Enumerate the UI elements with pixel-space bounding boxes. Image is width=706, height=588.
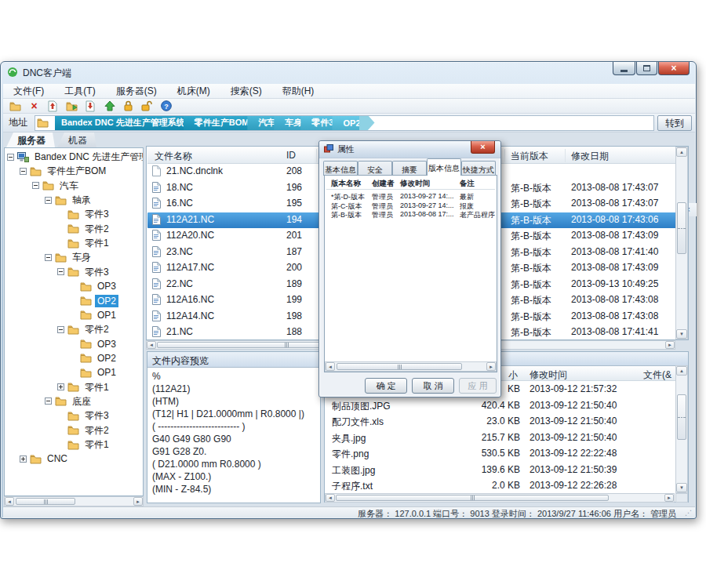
tree-item[interactable]: 零件1 (57, 437, 111, 452)
menu-item-1[interactable]: 文件(F) (3, 83, 54, 100)
tree-item[interactable]: 零件3 (57, 408, 111, 423)
related-file-row[interactable]: 配刀文件.xls23.0 KB2013-09-12 21:50:40 (326, 413, 676, 429)
collapse-icon[interactable] (57, 268, 64, 275)
tree-item[interactable]: Bandex DNC 先进生产管理系 (7, 150, 144, 164)
scroll-up-icon[interactable]: ▲ (676, 147, 687, 157)
collapse-icon[interactable] (45, 197, 52, 204)
collapse-icon[interactable] (7, 154, 14, 161)
scroll-right-icon[interactable]: ► (665, 341, 675, 349)
col-file[interactable]: 文件(& (643, 368, 671, 382)
collapse-icon[interactable] (57, 326, 64, 333)
tree-item[interactable]: 零件1 (57, 380, 111, 394)
tree-item[interactable]: OP1 (70, 365, 118, 379)
maximize-button[interactable] (636, 62, 657, 75)
scroll-thumb[interactable] (337, 363, 462, 370)
col-creator[interactable]: 创建者 (372, 179, 395, 189)
scrollbar-related-horizontal[interactable]: ◄► (325, 493, 675, 503)
tab-server[interactable]: 服务器 (6, 132, 55, 147)
lock-button[interactable] (122, 100, 135, 113)
resize-grip[interactable]: ⋰ (685, 509, 692, 517)
dialog-tab-3[interactable]: 摘要 (392, 161, 427, 176)
menu-item-5[interactable]: 搜索(S) (220, 83, 272, 100)
tree-item[interactable]: 零件1 (57, 236, 111, 250)
tree-item[interactable]: 汽车 (32, 179, 81, 193)
tree-item[interactable]: 轴承 (45, 193, 93, 207)
dialog-tab-2[interactable]: 安全 (358, 161, 392, 176)
tree-item[interactable]: 零件3 (57, 265, 111, 279)
scroll-thumb[interactable] (677, 394, 686, 440)
tree-item[interactable]: 零件2 (57, 322, 111, 336)
tree-item[interactable]: 底座 (45, 394, 93, 408)
ok-button[interactable]: 确 定 (365, 378, 407, 394)
tree-item[interactable]: 零件3 (57, 207, 111, 221)
tree-item[interactable]: OP2 (70, 294, 118, 308)
breadcrumb-segment-2[interactable]: 零件生产BOM (184, 115, 255, 131)
tab-machine[interactable]: 机器 (57, 132, 96, 147)
scrollbar-dialog-horizontal[interactable]: ◄► (325, 361, 497, 372)
collapse-icon[interactable] (32, 182, 39, 189)
collapse-icon[interactable] (45, 254, 52, 261)
scroll-down-icon[interactable]: ▼ (676, 483, 687, 492)
scrollbar-tree-horizontal[interactable]: ◄► (4, 496, 144, 506)
scroll-left-icon[interactable]: ◄ (147, 341, 156, 349)
col-remark[interactable]: 备注 (460, 179, 475, 189)
scroll-thumb[interactable] (677, 202, 686, 254)
related-file-row[interactable]: 制品顶图.JPG420.4 KB2013-09-12 21:50:40 (326, 397, 676, 413)
tree-item[interactable]: OP3 (70, 279, 118, 293)
col-modified-date[interactable]: 修改日期 (571, 150, 609, 163)
version-row[interactable]: 第-B-版本管理员2013-08-08 17:...老产品程序 (326, 210, 495, 219)
col-current-version[interactable]: 当前版本 (511, 150, 548, 163)
scroll-thumb[interactable] (336, 495, 609, 501)
import-folder-button[interactable] (65, 100, 78, 113)
tree-item[interactable]: CNC (20, 452, 70, 466)
collapse-icon[interactable] (20, 168, 27, 175)
related-file-row[interactable]: 子程序.txt2.0 KB2013-09-12 22:26:28 (326, 477, 676, 493)
col-modify-time[interactable]: 修改时间 (400, 179, 430, 189)
col-file-name[interactable]: 文件名称 (155, 150, 192, 163)
scrollbar-filelist-vertical[interactable]: ▲▼ (675, 147, 688, 339)
menu-item-6[interactable]: 帮助(H) (272, 83, 325, 100)
folder-button[interactable] (9, 100, 22, 113)
cancel-button[interactable]: 取 消 (412, 378, 454, 394)
col-size[interactable]: 小 (508, 368, 518, 382)
tree-item[interactable]: 零件2 (57, 222, 111, 236)
scroll-left-icon[interactable]: ◄ (5, 497, 14, 506)
scroll-left-icon[interactable]: ◄ (326, 494, 335, 502)
col-id[interactable]: ID (286, 150, 296, 161)
col-modified-time[interactable]: 修改时间 (530, 368, 567, 382)
tree-item[interactable]: 零件2 (57, 423, 111, 437)
related-file-row[interactable]: 工装图.jpg139.6 KB2013-09-12 21:50:39 (326, 462, 676, 477)
dialog-close-button[interactable]: × (471, 141, 495, 154)
scrollbar-related-vertical[interactable]: ▲▼ (675, 365, 688, 493)
tree-item[interactable]: OP2 (70, 351, 118, 365)
minimize-button[interactable] (613, 62, 635, 75)
menu-item-2[interactable]: 工具(T) (54, 83, 105, 100)
help-button[interactable]: ? (159, 100, 173, 113)
tree-item[interactable]: OP3 (70, 337, 118, 351)
collapse-icon[interactable] (45, 397, 52, 405)
breadcrumb-segment-1[interactable]: Bandex DNC 先进生产管理系统 (55, 115, 191, 131)
menu-item-4[interactable]: 机床(M) (167, 83, 220, 100)
dialog-tab-4[interactable]: 版本信息 (427, 158, 461, 176)
col-version-name[interactable]: 版本名称 (331, 179, 361, 189)
expand-icon[interactable] (57, 383, 64, 390)
scroll-thumb[interactable] (16, 498, 75, 505)
dialog-tab-1[interactable]: 基本信息 (323, 161, 358, 176)
dialog-tab-5[interactable]: 快捷方式 (461, 161, 496, 176)
download-file-button[interactable] (84, 100, 97, 113)
scroll-right-icon[interactable]: ► (486, 362, 496, 371)
tree-item[interactable]: 车身 (45, 250, 93, 264)
close-button[interactable]: × (658, 62, 690, 75)
upload-file-button[interactable] (46, 100, 60, 113)
related-file-row[interactable]: 夹具.jpg215.7 KB2013-09-12 21:50:40 (326, 430, 676, 445)
scroll-up-icon[interactable]: ▲ (676, 366, 687, 376)
go-button[interactable]: 转到 (657, 115, 692, 131)
tree-item[interactable]: 零件生产BOM (20, 164, 108, 178)
scroll-right-icon[interactable]: ► (133, 497, 143, 506)
menu-item-3[interactable]: 服务器(S) (106, 83, 167, 100)
scroll-right-icon[interactable]: ► (664, 494, 674, 502)
version-row[interactable]: 第-C-版本管理员2013-09-27 14:...报废 (326, 201, 495, 210)
send-up-button[interactable] (103, 100, 116, 113)
scroll-down-icon[interactable]: ▼ (676, 329, 687, 339)
expand-icon[interactable] (20, 456, 27, 463)
